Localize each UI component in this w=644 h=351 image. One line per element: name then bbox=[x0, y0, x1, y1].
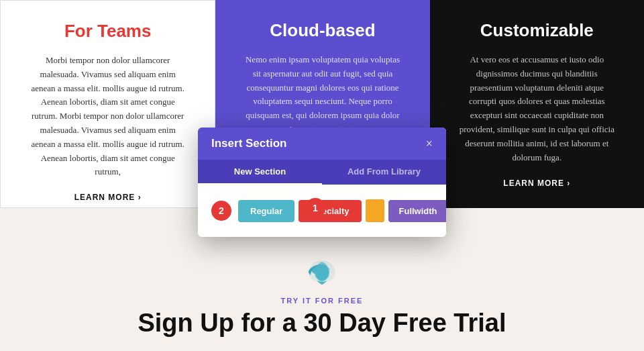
col-for-teams-body: Morbi tempor non dolor ullamcorer malesu… bbox=[28, 54, 188, 179]
fullwidth-button[interactable]: Fullwidth bbox=[388, 200, 447, 222]
svg-point-0 bbox=[315, 264, 329, 281]
modal-header: Insert Section × bbox=[198, 128, 446, 160]
col-cloud-based-body: Nemo enim ipsam voluptatem quia voluptas… bbox=[242, 53, 402, 137]
col-cloud-based-title: Cloud-based bbox=[270, 20, 375, 41]
col-for-teams-title: For Teams bbox=[64, 21, 152, 42]
step1-badge: 1 bbox=[305, 198, 325, 218]
modal-close-button[interactable]: × bbox=[426, 138, 433, 150]
bird-icon bbox=[305, 255, 339, 291]
regular-button[interactable]: Regular bbox=[238, 200, 294, 222]
section-type-buttons: Regular Specialty Fullwidth bbox=[238, 199, 446, 222]
col-for-teams: For Teams Morbi tempor non dolor ullamco… bbox=[0, 0, 215, 208]
modal-tabs: New Section Add From Library bbox=[198, 160, 446, 185]
col-customizable: Customizable At vero eos et accusamus et… bbox=[430, 0, 644, 208]
signup-title: Sign Up for a 30 Day Free Trial bbox=[138, 309, 506, 338]
col-customizable-body: At vero eos et accusamus et iusto odio d… bbox=[457, 53, 617, 164]
specialty-color-swatch bbox=[366, 199, 384, 222]
tab-new-section[interactable]: New Section bbox=[198, 160, 322, 185]
col-customizable-link[interactable]: LEARN MORE bbox=[503, 165, 570, 188]
try-it-label: TRY IT FOR FREE bbox=[281, 297, 364, 305]
insert-section-modal: Insert Section × New Section Add From Li… bbox=[198, 128, 446, 237]
col-for-teams-link[interactable]: LEARN MORE bbox=[74, 179, 142, 202]
tab-add-from-library[interactable]: Add From Library bbox=[322, 160, 446, 185]
col-customizable-title: Customizable bbox=[480, 20, 594, 41]
modal-title: Insert Section bbox=[211, 137, 286, 150]
step2-badge: 2 bbox=[211, 201, 231, 221]
